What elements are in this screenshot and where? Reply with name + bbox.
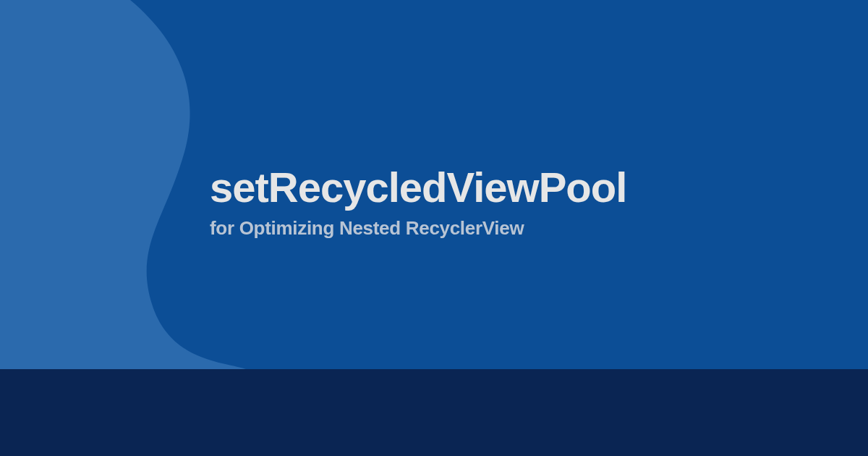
text-block: setRecycledViewPool for Optimizing Neste…: [210, 166, 626, 240]
banner-subtitle: for Optimizing Nested RecyclerView: [210, 217, 626, 240]
footer-band: [0, 369, 868, 456]
banner-title: setRecycledViewPool: [210, 166, 626, 208]
hero-banner: setRecycledViewPool for Optimizing Neste…: [0, 0, 868, 369]
